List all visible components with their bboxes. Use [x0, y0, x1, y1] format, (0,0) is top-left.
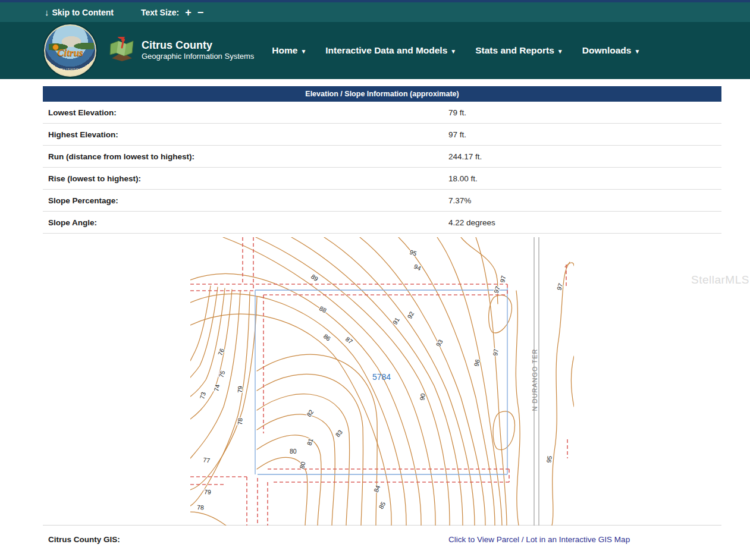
- contour-elevation-label: 89: [310, 273, 320, 283]
- row-value: 4.22 degrees: [448, 212, 495, 234]
- nav-item-stats-and-reports[interactable]: Stats and Reports ▼: [475, 45, 563, 56]
- seal-established-text: ESTABLISHED 1887: [44, 68, 96, 71]
- contour-elevation-label: 75: [217, 370, 226, 379]
- citrus-county-seal-logo: Citrus ESTABLISHED 1887: [43, 23, 98, 78]
- parcel-number: 5784: [372, 372, 391, 382]
- contour-elevation-label: 81: [305, 438, 314, 446]
- row-value: 244.17 ft.: [448, 146, 482, 168]
- table-row: Highest Elevation: 97 ft.: [43, 124, 721, 146]
- contour-elevation-label: 78: [197, 504, 204, 511]
- contour-elevation-label: 84: [372, 484, 382, 493]
- row-label: Slope Angle:: [48, 212, 97, 234]
- nav-item-interactive-data-and-models[interactable]: Interactive Data and Models ▼: [325, 45, 456, 56]
- contour-elevation-label: 97: [491, 348, 500, 357]
- row-label: Slope Percentage:: [48, 190, 118, 212]
- contour-elevation-label: 73: [198, 391, 207, 400]
- nav-item-downloads[interactable]: Downloads ▼: [582, 45, 641, 56]
- table-row: Lowest Elevation: 79 ft.: [43, 102, 721, 124]
- contour-elevation-label: 86: [322, 332, 332, 342]
- row-label: Run (distance from lowest to highest):: [48, 146, 194, 168]
- table-row: Rise (lowest to highest): 18.00 ft.: [43, 168, 721, 190]
- chevron-down-icon: ▼: [450, 48, 456, 55]
- table-row: Slope Angle: 4.22 degrees: [43, 212, 721, 234]
- contour-elevation-label: 78: [236, 418, 244, 425]
- row-label: Highest Elevation:: [48, 124, 118, 146]
- elevation-slope-panel: Elevation / Slope Information (approxima…: [43, 86, 721, 560]
- skip-to-content-label: Skip to Content: [52, 8, 114, 17]
- contour-elevation-label: 80: [298, 461, 306, 469]
- row-value: 79 ft.: [448, 102, 466, 124]
- contour-elevation-label: 79: [204, 488, 211, 496]
- row-value: 97 ft.: [448, 124, 466, 146]
- contour-elevation-label: 83: [334, 429, 344, 439]
- contour-elevation-label: 76: [216, 347, 226, 356]
- contour-elevation-label: 80: [290, 448, 297, 455]
- table-row: Slope Percentage: 7.37%: [43, 190, 721, 212]
- skip-to-content-link[interactable]: ↓ Skip to Content: [45, 7, 114, 17]
- row-value: 7.37%: [448, 190, 471, 212]
- contour-elevation-label: 90: [418, 393, 426, 401]
- text-size-decrease-button[interactable]: −: [197, 7, 204, 18]
- down-arrow-icon: ↓: [45, 7, 49, 17]
- table-row: Run (distance from lowest to highest): 2…: [43, 146, 721, 168]
- brand-title: Citrus County: [142, 40, 254, 52]
- text-size-controls: Text Size: + −: [141, 7, 203, 18]
- panel-title: Elevation / Slope Information (approxima…: [43, 86, 721, 102]
- road-label: N DURANGO TER: [531, 348, 538, 411]
- site-header: Citrus ESTABLISHED 1887 Citrus County Ge…: [0, 22, 750, 79]
- contour-elevation-label: 97: [492, 285, 501, 294]
- contour-elevation-label: 92: [406, 310, 415, 320]
- brand-text: Citrus County Geographic Information Sys…: [142, 40, 254, 61]
- contour-map-row: N DURANGO TER 5784 959489889797979291939…: [43, 234, 721, 526]
- chevron-down-icon: ▼: [557, 48, 563, 55]
- contour-elevation-label: 85: [377, 501, 387, 510]
- row-value: 18.00 ft.: [448, 168, 478, 190]
- contour-elevation-label: 91: [391, 316, 401, 326]
- chevron-down-icon: ▼: [300, 48, 306, 55]
- row-label: Rise (lowest to highest):: [48, 168, 141, 190]
- seal-word: Citrus: [44, 47, 96, 59]
- contour-elevation-label: 97: [498, 275, 507, 283]
- contour-elevation-label: 95: [409, 248, 418, 257]
- row-label: Lowest Elevation:: [48, 102, 117, 124]
- contour-elevation-label: 77: [203, 456, 211, 464]
- contour-elevation-label: 74: [212, 383, 221, 392]
- gis-link-row: Citrus County GIS: Click to View Parcel …: [43, 526, 721, 560]
- nav-item-home[interactable]: Home ▼: [272, 45, 306, 56]
- gis-map-pin-icon: [108, 37, 136, 64]
- contour-elevation-label: 88: [318, 304, 328, 314]
- contour-elevation-label: 93: [434, 338, 444, 348]
- contour-map: N DURANGO TER 5784 959489889797979291939…: [190, 237, 574, 526]
- brand-subtitle: Geographic Information Systems: [142, 52, 254, 61]
- main-nav: Home ▼ Interactive Data and Models ▼ Sta…: [272, 45, 640, 56]
- text-size-increase-button[interactable]: +: [185, 7, 192, 18]
- utility-bar: ↓ Skip to Content Text Size: + −: [0, 2, 750, 22]
- contour-elevation-label: 79: [236, 386, 244, 393]
- contour-elevation-label: 95: [545, 455, 553, 464]
- text-size-label: Text Size:: [141, 8, 179, 17]
- view-parcel-gis-map-link[interactable]: Click to View Parcel / Lot in an Interac…: [448, 535, 630, 544]
- gis-row-label: Citrus County GIS:: [48, 535, 120, 544]
- chevron-down-icon: ▼: [634, 48, 640, 55]
